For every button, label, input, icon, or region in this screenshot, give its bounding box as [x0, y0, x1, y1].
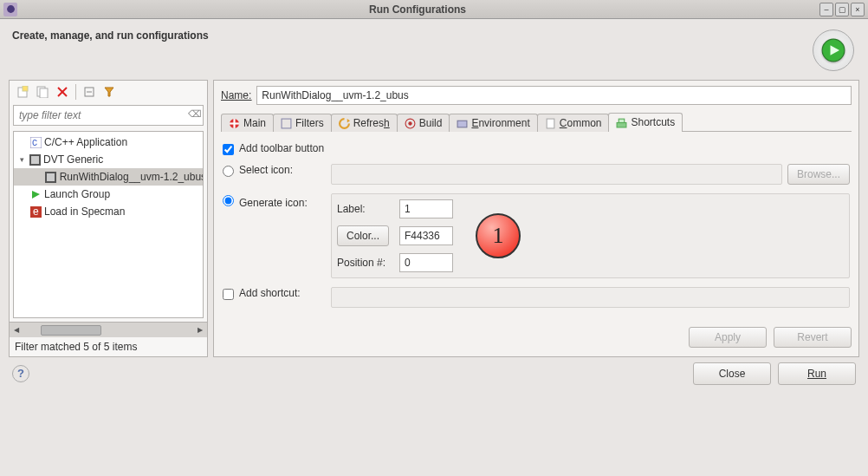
position-input[interactable] [399, 253, 453, 272]
generate-icon-radio[interactable] [223, 195, 234, 206]
svg-rect-24 [282, 119, 291, 128]
svg-rect-4 [23, 86, 28, 91]
icon-preview: 1 [476, 213, 521, 258]
add-shortcut-label: Add shortcut: [239, 287, 326, 299]
tab-common[interactable]: Common [537, 114, 610, 132]
close-button[interactable]: Close [693, 362, 771, 385]
name-input[interactable] [256, 86, 852, 105]
add-shortcut-row: Add shortcut: [223, 287, 850, 308]
tree-hscrollbar[interactable]: ◀ ▶ [10, 322, 207, 337]
select-icon-label: Select icon: [239, 164, 326, 176]
color-input[interactable] [399, 226, 453, 245]
svg-rect-23 [230, 122, 239, 124]
shortcut-field [331, 287, 850, 308]
position-label: Position #: [337, 257, 389, 269]
generate-icon-label: Generate icon: [239, 197, 326, 209]
select-icon-path [331, 164, 782, 185]
add-toolbar-checkbox[interactable] [223, 144, 234, 155]
dialog-header: Create, manage, and run configurations [0, 19, 868, 71]
add-shortcut-checkbox[interactable] [223, 289, 234, 300]
delete-config-button[interactable] [53, 82, 72, 101]
header-title: Create, manage, and run configurations [12, 29, 813, 42]
config-tree[interactable]: c C/C++ Application ▾ DVT Generic RunWit… [13, 131, 204, 318]
clear-filter-icon[interactable]: ⌫ [188, 108, 200, 121]
window-title: Run Configurations [17, 3, 818, 16]
tree-item-launch-group[interactable]: Launch Group [14, 186, 203, 203]
dvt-icon [29, 153, 41, 166]
tab-build[interactable]: Build [397, 114, 450, 132]
generate-icon-panel: Label: Color... Position #: 1 [331, 193, 850, 278]
revert-button[interactable]: Revert [774, 327, 852, 348]
svg-rect-28 [457, 121, 467, 127]
svg-marker-18 [32, 191, 40, 199]
left-pane: ⌫ c C/C++ Application ▾ DVT Generic RunW… [9, 80, 208, 357]
label-field-label: Label: [337, 203, 389, 215]
color-button[interactable]: Color... [337, 225, 389, 246]
scroll-right-icon[interactable]: ▶ [193, 324, 207, 336]
dvt-icon [45, 171, 57, 183]
tab-main[interactable]: Main [221, 114, 274, 132]
help-button[interactable]: ? [12, 365, 29, 382]
add-toolbar-label: Add toolbar button [239, 142, 324, 154]
select-icon-radio[interactable] [223, 166, 234, 177]
generate-icon-row: Generate icon: Label: Color... Position … [223, 193, 850, 278]
name-row: Name: [221, 86, 852, 105]
close-window-button[interactable]: × [851, 3, 865, 16]
dialog-footer: ? Close Run [0, 357, 868, 394]
tab-filters[interactable]: Filters [273, 114, 332, 132]
build-icon [405, 118, 416, 129]
maximize-button[interactable]: ▢ [835, 3, 849, 16]
new-config-button[interactable] [13, 82, 32, 101]
environment-icon [457, 118, 468, 129]
tree-item-runwithdialog[interactable]: RunWithDialog__uvm-1.2_ubus [14, 168, 203, 186]
tree-label: DVT Generic [43, 153, 103, 166]
label-input[interactable] [399, 199, 453, 218]
tab-shortcuts[interactable]: Shortcuts [608, 113, 683, 132]
toolbar-separator [75, 84, 76, 100]
svg-rect-29 [547, 119, 554, 128]
c-app-icon: c [29, 136, 42, 148]
tree-item-load-specman[interactable]: e Load in Specman [14, 203, 203, 220]
name-label: Name: [221, 89, 251, 101]
right-pane: Name: Main Filters Refresh Build Environ… [213, 80, 859, 357]
minimize-button[interactable]: – [819, 3, 833, 16]
collapse-all-button[interactable] [80, 82, 99, 101]
shortcuts-icon [616, 117, 627, 128]
run-button[interactable]: Run [778, 362, 856, 385]
refresh-icon [339, 118, 350, 129]
title-bar: Run Configurations – ▢ × [0, 0, 868, 19]
run-icon [813, 29, 854, 71]
tree-item-dvt-generic[interactable]: ▾ DVT Generic [14, 151, 203, 168]
expand-icon[interactable]: ▾ [17, 155, 26, 164]
filter-button[interactable] [100, 82, 119, 101]
main-icon [229, 118, 240, 129]
config-toolbar [10, 81, 207, 103]
scroll-left-icon[interactable]: ◀ [10, 324, 23, 336]
shortcuts-form: Add toolbar button Select icon: Browse..… [221, 137, 852, 313]
svg-rect-31 [619, 119, 625, 122]
svg-point-0 [7, 5, 15, 13]
launch-group-icon [29, 188, 42, 200]
tab-environment[interactable]: Environment [449, 114, 537, 132]
generate-icon-grid: Label: Color... Position #: [337, 199, 463, 272]
apply-button[interactable]: Apply [689, 327, 767, 348]
tree-item-cpp[interactable]: c C/C++ Application [14, 134, 203, 151]
duplicate-config-button[interactable] [33, 82, 52, 101]
svg-rect-30 [618, 122, 627, 127]
tree-label: C/C++ Application [44, 136, 127, 148]
browse-button[interactable]: Browse... [787, 164, 850, 185]
specman-icon: e [29, 205, 42, 218]
common-icon [545, 118, 556, 129]
tab-bar: Main Filters Refresh Build Environment C… [221, 110, 852, 132]
app-icon [3, 3, 17, 16]
scroll-thumb[interactable] [41, 325, 101, 336]
add-toolbar-row: Add toolbar button [223, 142, 850, 155]
filter-input-wrap: ⌫ [13, 105, 204, 126]
tab-refresh[interactable]: Refresh [331, 114, 398, 132]
svg-point-27 [408, 121, 411, 125]
svg-rect-15 [31, 156, 39, 164]
svg-marker-25 [347, 119, 349, 122]
filter-input[interactable] [13, 105, 204, 126]
svg-marker-11 [105, 88, 113, 96]
tree-label: RunWithDialog__uvm-1.2_ubus [60, 171, 203, 183]
